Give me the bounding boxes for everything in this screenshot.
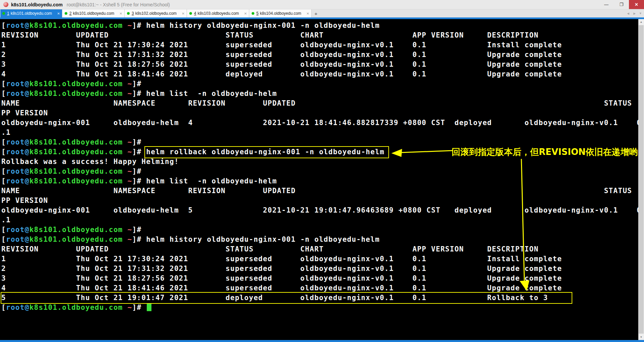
terminal-cursor <box>147 303 151 311</box>
prompt-segment: root@ <box>6 80 29 88</box>
tab-k8s104[interactable]: 5 k8s104.oldboyedu.com ✕ <box>249 9 312 17</box>
terminal-line: REVISION UPDATED STATUS CHART APP VERSIO… <box>1 244 644 254</box>
terminal-line: 1 Thu Oct 21 17:30:24 2021 superseded ol… <box>1 40 644 50</box>
prompt-segment: [ <box>1 148 6 156</box>
connected-dot-icon <box>2 12 5 15</box>
scrollbar-up-icon[interactable]: ▲ <box>638 19 644 25</box>
prompt-segment: root@ <box>6 90 29 98</box>
tab-label: k8s104.oldboyedu.com <box>260 11 305 16</box>
tab-k8s101-session2[interactable]: 2 k8s101.oldboyedu.com ✕ <box>62 9 125 17</box>
chinese-annotation-note: 回滚到指定版本后，但REVISION依旧在递增哟~ <box>452 146 644 158</box>
prompt-segment: ~ <box>123 138 132 146</box>
prompt-segment: [ <box>1 80 6 88</box>
terminal-text: 3 Thu Oct 21 18:27:56 2021 superseded ol… <box>1 274 562 282</box>
tab-k8s103[interactable]: 4 k8s103.oldboyedu.com ✕ <box>187 9 249 17</box>
terminal-text: REVISION UPDATED STATUS CHART APP VERSIO… <box>1 245 538 253</box>
terminal-viewport[interactable]: [root@k8s101.oldboyedu.com ~]# helm hist… <box>0 19 644 340</box>
restore-button[interactable]: ❐ <box>614 0 629 9</box>
terminal-text: 5 Thu Oct 21 19:01:47 2021 deployed oldb… <box>1 294 548 302</box>
terminal-line: 3 Thu Oct 21 18:27:56 2021 superseded ol… <box>1 60 644 69</box>
prompt-segment: [ <box>1 21 6 30</box>
prompt-segment: k8s101.oldboyedu.com <box>29 138 123 146</box>
terminal-text: .1 <box>1 128 11 136</box>
xshell-app-icon <box>3 2 8 7</box>
terminal-text: oldboyedu-nginx-001 oldboyedu-helm 5 202… <box>1 206 641 214</box>
terminal-text: oldboyedu-nginx-001 oldboyedu-helm 4 202… <box>1 119 641 127</box>
terminal-text: .1 <box>1 216 11 224</box>
prompt-segment: ~ <box>123 80 132 88</box>
terminal-line: [root@k8s101.oldboyedu.com ~]# helm list… <box>1 176 644 186</box>
prompt-segment: ~ <box>123 235 132 243</box>
prompt-segment: root@ <box>6 167 29 175</box>
prompt-segment: ]# <box>132 177 146 185</box>
tab-close-icon[interactable]: ✕ <box>57 12 60 15</box>
terminal-line: oldboyedu-nginx-001 oldboyedu-helm 4 202… <box>1 118 644 128</box>
terminal-line: 3 Thu Oct 21 18:27:56 2021 superseded ol… <box>1 274 644 283</box>
prompt-segment: root@ <box>6 303 29 311</box>
minimize-button[interactable]: — <box>599 0 614 9</box>
terminal-line: NAME NAMESPACE REVISION UPDATED STATUS C… <box>1 99 644 108</box>
terminal-line: [root@k8s101.oldboyedu.com ~]# <box>1 79 644 89</box>
terminal-text: 4 Thu Oct 21 18:41:46 2021 deployed oldb… <box>1 70 562 78</box>
prompt-segment: ~ <box>123 21 132 30</box>
terminal-scrollbar[interactable]: ▲ ▼ <box>638 19 644 340</box>
terminal-text: 2 Thu Oct 21 17:31:32 2021 superseded ol… <box>1 51 562 59</box>
prompt-segment: [ <box>1 177 6 185</box>
window-subtitle: root@k8s101:~ - Xshell 5 (Free for Home/… <box>67 2 170 7</box>
tab-close-icon[interactable]: ✕ <box>182 12 185 15</box>
terminal-text: Rollback was a success! Happy Helming! <box>1 158 179 166</box>
terminal-text: PP VERSION <box>1 196 48 205</box>
terminal-text: 2 Thu Oct 21 17:31:32 2021 superseded ol… <box>1 265 562 273</box>
terminal-text: PP VERSION <box>1 109 48 117</box>
tab-label: k8s101.oldboyedu.com <box>73 11 118 16</box>
window-controls: — ❐ ✕ <box>599 0 644 9</box>
prompt-segment: [ <box>1 167 6 175</box>
tab-scroll-right-icon[interactable]: ► <box>633 11 636 15</box>
tab-scroll-left-icon[interactable]: ◄ <box>626 11 630 15</box>
tab-close-icon[interactable]: ✕ <box>120 12 122 15</box>
new-tab-button[interactable]: + <box>312 9 320 17</box>
terminal-text: 3 Thu Oct 21 18:27:56 2021 superseded ol… <box>1 60 562 68</box>
prompt-segment: k8s101.oldboyedu.com <box>29 21 123 30</box>
prompt-segment: ]# <box>132 235 146 243</box>
connected-dot-icon <box>189 12 192 15</box>
terminal-line: [root@k8s101.oldboyedu.com ~]# <box>1 167 644 176</box>
terminal-line: PP VERSION <box>1 108 644 118</box>
terminal-line: 5 Thu Oct 21 19:01:47 2021 deployed oldb… <box>1 293 644 303</box>
title-bar: k8s101.oldboyedu.com root@k8s101:~ - Xsh… <box>0 0 644 9</box>
prompt-segment: k8s101.oldboyedu.com <box>29 177 123 185</box>
prompt-segment: ~ <box>123 226 132 234</box>
tab-number: 3 <box>132 11 134 16</box>
tab-nav-controls: ◄ ► ▼ <box>626 9 642 17</box>
prompt-segment: [ <box>1 138 6 146</box>
tab-k8s102[interactable]: 3 k8s102.oldboyedu.com ✕ <box>125 9 187 17</box>
window-bottom-border <box>0 340 644 342</box>
scrollbar-thumb[interactable] <box>639 25 644 334</box>
prompt-segment: [ <box>1 90 6 98</box>
terminal-output: [root@k8s101.oldboyedu.com ~]# helm hist… <box>0 19 644 312</box>
prompt-segment: k8s101.oldboyedu.com <box>29 226 123 234</box>
tab-close-icon[interactable]: ✕ <box>307 12 309 15</box>
tab-close-icon[interactable]: ✕ <box>244 12 247 15</box>
prompt-segment: ]# <box>132 226 146 234</box>
connected-dot-icon <box>65 12 67 15</box>
terminal-text: helm history oldboyedu-nginx-001 -n oldb… <box>146 235 380 243</box>
terminal-line: NAME NAMESPACE REVISION UPDATED STATUS C… <box>1 186 644 196</box>
tab-label: k8s101.oldboyedu.com <box>11 11 56 16</box>
terminal-text: REVISION UPDATED STATUS CHART APP VERSIO… <box>1 31 538 39</box>
prompt-segment: root@ <box>6 21 29 30</box>
prompt-segment: ]# <box>132 90 146 98</box>
tab-number: 2 <box>69 11 72 16</box>
terminal-text: NAME NAMESPACE REVISION UPDATED STATUS C… <box>1 187 644 195</box>
close-button[interactable]: ✕ <box>629 0 644 9</box>
terminal-line: [root@k8s101.oldboyedu.com ~]# <box>1 303 644 312</box>
terminal-text: 4 Thu Oct 21 18:41:46 2021 superseded ol… <box>1 284 562 292</box>
prompt-segment: ~ <box>123 148 132 156</box>
tab-k8s101-session1[interactable]: 1 k8s101.oldboyedu.com ✕ <box>0 9 62 17</box>
tab-label: k8s102.oldboyedu.com <box>135 11 181 16</box>
terminal-text: NAME NAMESPACE REVISION UPDATED STATUS C… <box>1 99 644 107</box>
terminal-line: 4 Thu Oct 21 18:41:46 2021 superseded ol… <box>1 283 644 293</box>
tab-menu-icon[interactable]: ▼ <box>639 12 642 15</box>
scrollbar-down-icon[interactable]: ▼ <box>638 334 644 340</box>
prompt-segment: k8s101.oldboyedu.com <box>29 235 123 243</box>
